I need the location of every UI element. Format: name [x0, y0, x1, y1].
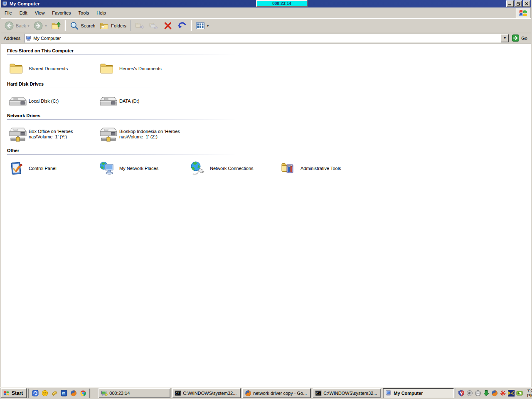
- item-data-d[interactable]: DATA (D:): [99, 94, 190, 108]
- section-items: Shared DocumentsHeroes's Documents: [9, 61, 531, 76]
- views-button[interactable]: ▾: [193, 20, 211, 32]
- section-rule: [7, 88, 236, 88]
- undo-button[interactable]: [175, 20, 189, 32]
- timer-overlay-badge: 000:23:14: [256, 0, 308, 7]
- forward-icon: [33, 21, 43, 31]
- item-control-panel[interactable]: Control Panel: [9, 161, 99, 176]
- screen-recorder-icon: [101, 390, 108, 397]
- search-icon: [69, 21, 79, 31]
- task-button-my-computer[interactable]: My Computer: [383, 388, 454, 398]
- gold-app-icon[interactable]: [51, 389, 58, 397]
- internet-explorer-icon[interactable]: [32, 389, 39, 397]
- close-button[interactable]: [523, 0, 530, 7]
- item-label: Local Disk (C:): [29, 99, 59, 104]
- hard-drive-icon: [9, 94, 29, 108]
- go-label: Go: [521, 36, 527, 41]
- restore-button[interactable]: [515, 0, 522, 7]
- menu-item-favorites[interactable]: Favorites: [48, 9, 74, 17]
- item-box-office-on-heroes-nas-volume-1-y[interactable]: Box Office on 'Heroes-nas\Volume_1' (Y:): [9, 126, 99, 143]
- start-button[interactable]: Start: [1, 388, 27, 398]
- hard-drive-icon: [99, 94, 119, 108]
- taskbar: Start m 000:23:14C:\C:\WINDOWS\system32.…: [0, 387, 532, 399]
- folder-content-pane: Files Stored on This ComputerShared Docu…: [1, 44, 531, 387]
- volume-icon[interactable]: [466, 390, 473, 397]
- delete-button[interactable]: [161, 20, 175, 32]
- views-dropdown-icon[interactable]: ▾: [207, 24, 209, 28]
- system-tray: 7:38 PM: [456, 388, 532, 398]
- m-app-icon[interactable]: m: [60, 389, 68, 397]
- task-button-000-23-14[interactable]: 000:23:14: [99, 388, 170, 398]
- svg-text:C:\: C:\: [176, 392, 180, 395]
- back-button[interactable]: Back ▾: [2, 20, 31, 32]
- search-label: Search: [81, 23, 96, 28]
- folders-button[interactable]: Folders: [97, 20, 128, 32]
- go-button[interactable]: Go: [511, 34, 530, 42]
- window-title: My Computer: [10, 1, 39, 6]
- svg-text:m: m: [62, 391, 66, 395]
- address-input[interactable]: My Computer ▼: [24, 34, 509, 43]
- task-buttons: 000:23:14C:\C:\WINDOWS\system32...networ…: [99, 388, 456, 398]
- antivirus-shield-icon[interactable]: [458, 390, 465, 397]
- task-button-network-driver-copy-go[interactable]: network driver copy - Go...: [242, 388, 311, 398]
- section-rule: [7, 119, 236, 120]
- back-label: Back: [16, 23, 26, 28]
- up-button[interactable]: [49, 20, 63, 32]
- move-to-button[interactable]: [133, 20, 147, 32]
- network-drive-icon: [99, 126, 119, 143]
- item-heroes-s-documents[interactable]: Heroes's Documents: [99, 61, 190, 76]
- network-drive-icon: [9, 126, 29, 143]
- task-label: network driver copy - Go...: [253, 391, 307, 396]
- graphics-icon[interactable]: [516, 390, 523, 397]
- firefox-icon[interactable]: [491, 390, 498, 397]
- yahoo-messenger-icon[interactable]: [41, 389, 49, 397]
- item-label: Bioskop Indonesia on 'Heroes-nas\Volume_…: [119, 129, 182, 140]
- section-title: Files Stored on This Computer: [7, 48, 531, 53]
- folder-icon: [9, 61, 29, 76]
- item-label: Box Office on 'Heroes-nas\Volume_1' (Y:): [29, 129, 92, 140]
- explorer-window: My Computer 000:23:14 FileEditViewFavori…: [0, 0, 532, 387]
- menu-item-edit[interactable]: Edit: [16, 9, 31, 17]
- menu-item-file[interactable]: File: [1, 9, 16, 17]
- section-items: Local Disk (C:)DATA (D:): [9, 94, 531, 108]
- go-arrow-icon: [512, 34, 519, 42]
- quick-launch-bar: m: [31, 389, 88, 397]
- item-shared-documents[interactable]: Shared Documents: [9, 61, 99, 76]
- address-value: My Computer: [33, 36, 61, 41]
- menu-item-help[interactable]: Help: [93, 9, 110, 17]
- windows-logo: [516, 8, 531, 18]
- item-local-disk-c[interactable]: Local Disk (C:): [9, 94, 99, 108]
- views-icon: [195, 21, 205, 31]
- wireless-icon[interactable]: [508, 390, 515, 397]
- firefox-icon[interactable]: [70, 389, 77, 397]
- task-button-c-windows-system32[interactable]: C:\C:\WINDOWS\system32...: [172, 388, 241, 398]
- menu-item-view[interactable]: View: [31, 9, 49, 17]
- minimize-button[interactable]: [506, 0, 514, 7]
- messenger-offline-icon[interactable]: [475, 390, 481, 397]
- item-administrative-tools[interactable]: Administrative Tools: [281, 161, 371, 176]
- search-button[interactable]: Search: [67, 20, 98, 32]
- download-icon[interactable]: [483, 390, 490, 397]
- forward-button[interactable]: ▾: [31, 20, 49, 32]
- administrative-tools-icon: [281, 161, 300, 176]
- back-dropdown-icon[interactable]: ▾: [27, 24, 29, 28]
- back-icon: [4, 21, 14, 31]
- copy-to-button[interactable]: [147, 20, 161, 32]
- starburst-icon[interactable]: [500, 390, 506, 397]
- toolbar-separator: [65, 20, 66, 31]
- menu-item-tools[interactable]: Tools: [75, 9, 93, 17]
- svg-text:C:\: C:\: [316, 392, 320, 395]
- section-rule: [7, 54, 236, 55]
- item-label: DATA (D:): [119, 99, 139, 104]
- folders-icon: [99, 21, 109, 31]
- item-network-connections[interactable]: Network Connections: [190, 161, 281, 176]
- address-bar: Address My Computer ▼ Go: [1, 33, 531, 44]
- taskbar-separator: [28, 389, 29, 398]
- item-my-network-places[interactable]: My Network Places: [99, 161, 190, 176]
- section-other: OtherControl PanelMy Network PlacesNetwo…: [7, 148, 531, 176]
- item-bioskop-indonesia-on-heroes-nas-volume-1-z[interactable]: Bioskop Indonesia on 'Heroes-nas\Volume_…: [99, 126, 190, 143]
- address-dropdown-button[interactable]: ▼: [501, 34, 509, 42]
- chrome-icon[interactable]: [79, 389, 87, 397]
- copy-to-icon: [149, 21, 159, 31]
- task-button-c-windows-system32[interactable]: C:\C:\WINDOWS\system32...: [313, 388, 381, 398]
- forward-dropdown-icon[interactable]: ▾: [45, 24, 47, 28]
